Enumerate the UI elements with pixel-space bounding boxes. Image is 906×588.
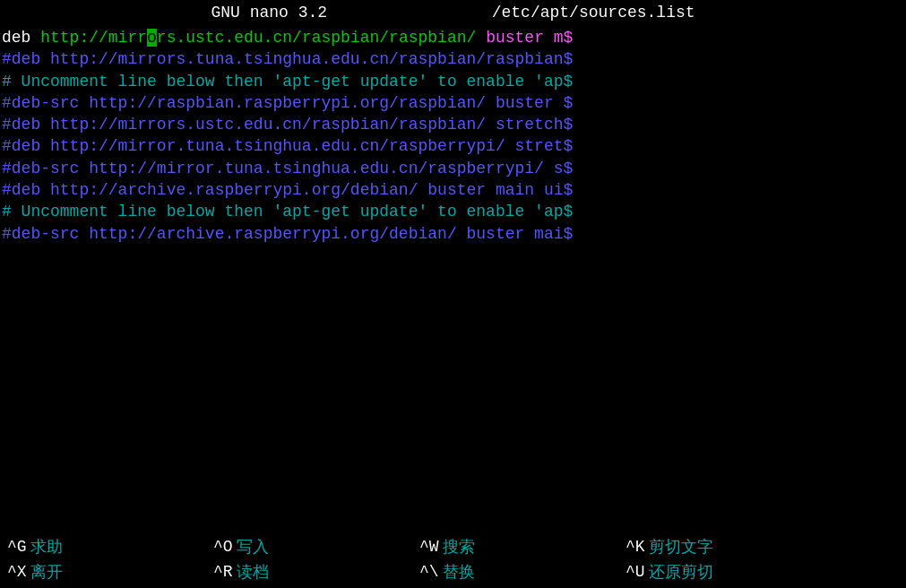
line-4: #deb-src http://raspbian.raspberrypi.org… xyxy=(0,92,906,114)
shortcut-key: ^\ xyxy=(419,563,439,581)
shortcut-label: 还原剪切 xyxy=(649,561,713,583)
editor-area[interactable]: deb http://mirrors.ustc.edu.cn/raspbian/… xyxy=(0,25,906,531)
line-6: #deb http://mirror.tuna.tsinghua.edu.cn/… xyxy=(0,135,906,157)
shortcut-label: 替换 xyxy=(443,561,475,583)
line-8: #deb http://archive.raspberrypi.org/debi… xyxy=(0,179,906,201)
line-9: # Uncomment line below then 'apt-get upd… xyxy=(0,201,906,222)
shortcut-key: ^W xyxy=(419,538,439,556)
title-left: GNU nano 3.2 xyxy=(211,4,327,22)
shortcut-item-r1-2[interactable]: ^W 搜索 xyxy=(412,534,618,559)
shortcut-label: 写入 xyxy=(237,536,269,558)
shortcut-item-r1-0[interactable]: ^G 求助 xyxy=(0,534,206,559)
shortcut-item-r1-3[interactable]: ^K 剪切文字 xyxy=(618,534,824,559)
title-center: /etc/apt/sources.list xyxy=(492,4,695,22)
shortcut-label: 剪切文字 xyxy=(649,536,713,558)
line-10: #deb-src http://archive.raspberrypi.org/… xyxy=(0,223,906,245)
shortcut-item-r1-1[interactable]: ^O 写入 xyxy=(206,534,412,559)
shortcut-key: ^O xyxy=(213,538,233,556)
shortcut-label: 求助 xyxy=(30,536,63,558)
line-2: #deb http://mirrors.tuna.tsinghua.edu.cn… xyxy=(0,48,906,70)
shortcut-item-r2-2[interactable]: ^\ 替换 xyxy=(412,559,618,584)
terminal: GNU nano 3.2 /etc/apt/sources.list deb h… xyxy=(0,0,906,588)
shortcut-key: ^K xyxy=(626,538,645,556)
title-bar: GNU nano 3.2 /etc/apt/sources.list xyxy=(0,0,906,25)
line-5: #deb http://mirrors.ustc.edu.cn/raspbian… xyxy=(0,114,906,135)
shortcut-bar: ^G 求助^O 写入^W 搜索^K 剪切文字 ^X 离开^R 读档^\ 替换^U… xyxy=(0,531,906,588)
shortcut-label: 读档 xyxy=(237,561,269,583)
shortcut-label: 搜索 xyxy=(443,536,475,558)
shortcut-row-2: ^X 离开^R 读档^\ 替换^U 还原剪切 xyxy=(0,559,906,584)
shortcut-key: ^R xyxy=(213,563,233,581)
shortcut-item-r2-0[interactable]: ^X 离开 xyxy=(0,559,206,584)
shortcut-label: 离开 xyxy=(30,561,63,583)
cursor: o xyxy=(147,29,157,47)
shortcut-item-r2-3[interactable]: ^U 还原剪切 xyxy=(618,559,824,584)
line-7: #deb-src http://mirror.tuna.tsinghua.edu… xyxy=(0,158,906,179)
shortcut-key: ^G xyxy=(7,538,27,556)
shortcut-item-r2-1[interactable]: ^R 读档 xyxy=(206,559,412,584)
line-3: # Uncomment line below then 'apt-get upd… xyxy=(0,71,906,92)
line-1: deb http://mirrors.ustc.edu.cn/raspbian/… xyxy=(0,27,906,48)
shortcut-row-1: ^G 求助^O 写入^W 搜索^K 剪切文字 xyxy=(0,534,906,559)
shortcut-key: ^X xyxy=(7,563,27,581)
shortcut-key: ^U xyxy=(626,563,645,581)
